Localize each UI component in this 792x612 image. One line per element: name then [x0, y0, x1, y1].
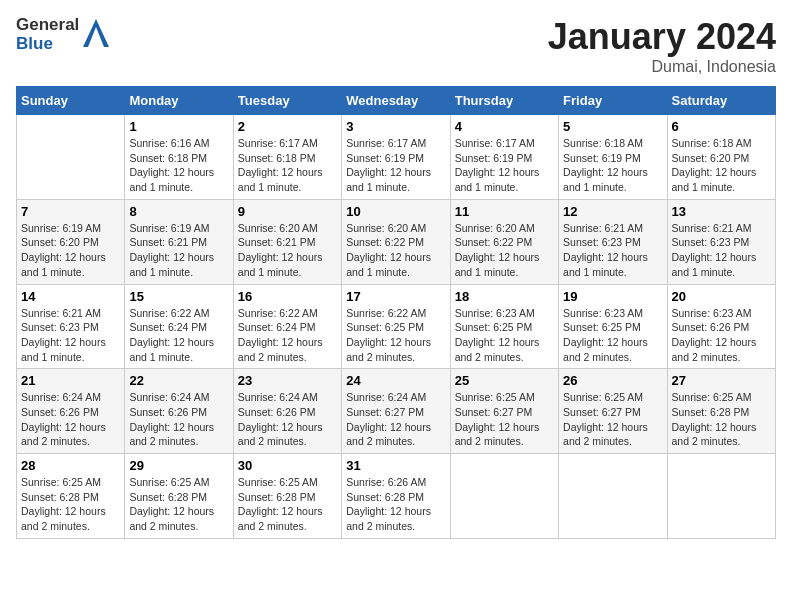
day-number: 1 [129, 119, 228, 134]
day-number: 20 [672, 289, 771, 304]
day-number: 27 [672, 373, 771, 388]
calendar-cell: 10Sunrise: 6:20 AMSunset: 6:22 PMDayligh… [342, 199, 450, 284]
day-info: Sunrise: 6:25 AMSunset: 6:28 PMDaylight:… [21, 475, 120, 534]
day-info: Sunrise: 6:25 AMSunset: 6:28 PMDaylight:… [672, 390, 771, 449]
calendar-cell: 4Sunrise: 6:17 AMSunset: 6:19 PMDaylight… [450, 115, 558, 200]
calendar-cell: 23Sunrise: 6:24 AMSunset: 6:26 PMDayligh… [233, 369, 341, 454]
day-number: 17 [346, 289, 445, 304]
calendar-cell: 14Sunrise: 6:21 AMSunset: 6:23 PMDayligh… [17, 284, 125, 369]
calendar-cell [17, 115, 125, 200]
day-info: Sunrise: 6:22 AMSunset: 6:24 PMDaylight:… [238, 306, 337, 365]
logo-icon [83, 19, 109, 47]
calendar-cell: 9Sunrise: 6:20 AMSunset: 6:21 PMDaylight… [233, 199, 341, 284]
calendar-cell [667, 454, 775, 539]
day-number: 15 [129, 289, 228, 304]
calendar-cell: 6Sunrise: 6:18 AMSunset: 6:20 PMDaylight… [667, 115, 775, 200]
calendar-cell: 15Sunrise: 6:22 AMSunset: 6:24 PMDayligh… [125, 284, 233, 369]
calendar-cell [450, 454, 558, 539]
calendar-header-tuesday: Tuesday [233, 87, 341, 115]
calendar-cell: 25Sunrise: 6:25 AMSunset: 6:27 PMDayligh… [450, 369, 558, 454]
calendar-cell: 16Sunrise: 6:22 AMSunset: 6:24 PMDayligh… [233, 284, 341, 369]
day-info: Sunrise: 6:24 AMSunset: 6:26 PMDaylight:… [129, 390, 228, 449]
day-info: Sunrise: 6:25 AMSunset: 6:27 PMDaylight:… [455, 390, 554, 449]
day-number: 16 [238, 289, 337, 304]
day-number: 21 [21, 373, 120, 388]
calendar-cell: 28Sunrise: 6:25 AMSunset: 6:28 PMDayligh… [17, 454, 125, 539]
calendar-header-thursday: Thursday [450, 87, 558, 115]
day-number: 29 [129, 458, 228, 473]
day-info: Sunrise: 6:25 AMSunset: 6:27 PMDaylight:… [563, 390, 662, 449]
logo: General Blue [16, 16, 109, 53]
day-number: 28 [21, 458, 120, 473]
calendar-cell: 31Sunrise: 6:26 AMSunset: 6:28 PMDayligh… [342, 454, 450, 539]
calendar-cell: 5Sunrise: 6:18 AMSunset: 6:19 PMDaylight… [559, 115, 667, 200]
day-info: Sunrise: 6:18 AMSunset: 6:19 PMDaylight:… [563, 136, 662, 195]
day-number: 31 [346, 458, 445, 473]
day-info: Sunrise: 6:23 AMSunset: 6:25 PMDaylight:… [455, 306, 554, 365]
calendar-header-row: SundayMondayTuesdayWednesdayThursdayFrid… [17, 87, 776, 115]
calendar-header-friday: Friday [559, 87, 667, 115]
day-number: 10 [346, 204, 445, 219]
day-number: 8 [129, 204, 228, 219]
calendar-cell: 2Sunrise: 6:17 AMSunset: 6:18 PMDaylight… [233, 115, 341, 200]
calendar-cell: 30Sunrise: 6:25 AMSunset: 6:28 PMDayligh… [233, 454, 341, 539]
calendar-table: SundayMondayTuesdayWednesdayThursdayFrid… [16, 86, 776, 539]
calendar-cell: 27Sunrise: 6:25 AMSunset: 6:28 PMDayligh… [667, 369, 775, 454]
day-number: 24 [346, 373, 445, 388]
calendar-body: 1Sunrise: 6:16 AMSunset: 6:18 PMDaylight… [17, 115, 776, 539]
day-number: 12 [563, 204, 662, 219]
calendar-cell: 22Sunrise: 6:24 AMSunset: 6:26 PMDayligh… [125, 369, 233, 454]
calendar-header-saturday: Saturday [667, 87, 775, 115]
logo-blue-text: Blue [16, 35, 79, 54]
calendar-cell: 8Sunrise: 6:19 AMSunset: 6:21 PMDaylight… [125, 199, 233, 284]
day-info: Sunrise: 6:21 AMSunset: 6:23 PMDaylight:… [21, 306, 120, 365]
calendar-cell: 26Sunrise: 6:25 AMSunset: 6:27 PMDayligh… [559, 369, 667, 454]
calendar-cell: 19Sunrise: 6:23 AMSunset: 6:25 PMDayligh… [559, 284, 667, 369]
day-number: 22 [129, 373, 228, 388]
calendar-cell: 13Sunrise: 6:21 AMSunset: 6:23 PMDayligh… [667, 199, 775, 284]
day-number: 11 [455, 204, 554, 219]
month-title: January 2024 [548, 16, 776, 58]
day-number: 5 [563, 119, 662, 134]
calendar-header-wednesday: Wednesday [342, 87, 450, 115]
day-info: Sunrise: 6:21 AMSunset: 6:23 PMDaylight:… [563, 221, 662, 280]
logo-general-text: General [16, 16, 79, 35]
day-info: Sunrise: 6:26 AMSunset: 6:28 PMDaylight:… [346, 475, 445, 534]
day-info: Sunrise: 6:20 AMSunset: 6:22 PMDaylight:… [455, 221, 554, 280]
calendar-cell: 7Sunrise: 6:19 AMSunset: 6:20 PMDaylight… [17, 199, 125, 284]
day-info: Sunrise: 6:24 AMSunset: 6:26 PMDaylight:… [21, 390, 120, 449]
day-info: Sunrise: 6:23 AMSunset: 6:26 PMDaylight:… [672, 306, 771, 365]
day-info: Sunrise: 6:20 AMSunset: 6:21 PMDaylight:… [238, 221, 337, 280]
calendar-cell [559, 454, 667, 539]
day-number: 9 [238, 204, 337, 219]
title-block: January 2024 Dumai, Indonesia [548, 16, 776, 76]
calendar-cell: 17Sunrise: 6:22 AMSunset: 6:25 PMDayligh… [342, 284, 450, 369]
calendar-week-row: 28Sunrise: 6:25 AMSunset: 6:28 PMDayligh… [17, 454, 776, 539]
day-number: 30 [238, 458, 337, 473]
day-info: Sunrise: 6:21 AMSunset: 6:23 PMDaylight:… [672, 221, 771, 280]
calendar-week-row: 7Sunrise: 6:19 AMSunset: 6:20 PMDaylight… [17, 199, 776, 284]
day-number: 13 [672, 204, 771, 219]
calendar-week-row: 21Sunrise: 6:24 AMSunset: 6:26 PMDayligh… [17, 369, 776, 454]
day-number: 14 [21, 289, 120, 304]
day-info: Sunrise: 6:17 AMSunset: 6:18 PMDaylight:… [238, 136, 337, 195]
day-info: Sunrise: 6:19 AMSunset: 6:20 PMDaylight:… [21, 221, 120, 280]
day-number: 25 [455, 373, 554, 388]
day-number: 4 [455, 119, 554, 134]
calendar-cell: 18Sunrise: 6:23 AMSunset: 6:25 PMDayligh… [450, 284, 558, 369]
calendar-cell: 21Sunrise: 6:24 AMSunset: 6:26 PMDayligh… [17, 369, 125, 454]
day-number: 19 [563, 289, 662, 304]
calendar-week-row: 14Sunrise: 6:21 AMSunset: 6:23 PMDayligh… [17, 284, 776, 369]
day-info: Sunrise: 6:25 AMSunset: 6:28 PMDaylight:… [129, 475, 228, 534]
day-info: Sunrise: 6:17 AMSunset: 6:19 PMDaylight:… [455, 136, 554, 195]
calendar-cell: 20Sunrise: 6:23 AMSunset: 6:26 PMDayligh… [667, 284, 775, 369]
day-number: 3 [346, 119, 445, 134]
day-info: Sunrise: 6:20 AMSunset: 6:22 PMDaylight:… [346, 221, 445, 280]
calendar-cell: 3Sunrise: 6:17 AMSunset: 6:19 PMDaylight… [342, 115, 450, 200]
day-info: Sunrise: 6:24 AMSunset: 6:27 PMDaylight:… [346, 390, 445, 449]
day-info: Sunrise: 6:23 AMSunset: 6:25 PMDaylight:… [563, 306, 662, 365]
calendar-cell: 12Sunrise: 6:21 AMSunset: 6:23 PMDayligh… [559, 199, 667, 284]
day-number: 26 [563, 373, 662, 388]
day-number: 18 [455, 289, 554, 304]
day-info: Sunrise: 6:25 AMSunset: 6:28 PMDaylight:… [238, 475, 337, 534]
